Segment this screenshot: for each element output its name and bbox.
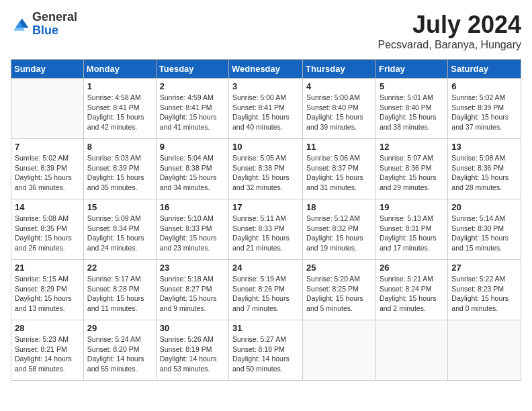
day-info: Sunrise: 5:14 AM Sunset: 8:30 PM Dayligh… <box>451 214 517 253</box>
day-info: Sunrise: 5:00 AM Sunset: 8:41 PM Dayligh… <box>232 93 299 132</box>
calendar-cell: 15Sunrise: 5:09 AM Sunset: 8:34 PM Dayli… <box>83 199 156 260</box>
calendar-cell: 16Sunrise: 5:10 AM Sunset: 8:33 PM Dayli… <box>156 199 228 260</box>
day-number: 28 <box>15 323 80 333</box>
calendar-cell: 25Sunrise: 5:20 AM Sunset: 8:25 PM Dayli… <box>303 260 376 320</box>
day-info: Sunrise: 5:13 AM Sunset: 8:31 PM Dayligh… <box>380 214 444 253</box>
calendar-cell: 31Sunrise: 5:27 AM Sunset: 8:18 PM Dayli… <box>229 320 303 381</box>
day-info: Sunrise: 5:02 AM Sunset: 8:39 PM Dayligh… <box>451 93 517 132</box>
col-header-sunday: Sunday <box>11 60 84 79</box>
day-number: 16 <box>160 202 225 212</box>
calendar-cell: 11Sunrise: 5:06 AM Sunset: 8:37 PM Dayli… <box>303 139 376 199</box>
day-info: Sunrise: 5:17 AM Sunset: 8:28 PM Dayligh… <box>87 274 152 314</box>
day-number: 24 <box>232 263 299 273</box>
day-number: 4 <box>306 81 372 91</box>
day-info: Sunrise: 5:06 AM Sunset: 8:37 PM Dayligh… <box>306 153 372 193</box>
day-number: 17 <box>232 202 299 212</box>
col-header-wednesday: Wednesday <box>229 60 303 79</box>
day-info: Sunrise: 5:07 AM Sunset: 8:36 PM Dayligh… <box>380 153 444 193</box>
day-number: 7 <box>15 142 80 152</box>
day-info: Sunrise: 5:10 AM Sunset: 8:33 PM Dayligh… <box>160 214 225 253</box>
week-row-3: 14Sunrise: 5:08 AM Sunset: 8:35 PM Dayli… <box>11 199 521 260</box>
day-info: Sunrise: 5:27 AM Sunset: 8:18 PM Dayligh… <box>232 334 299 374</box>
col-header-monday: Monday <box>83 60 156 79</box>
calendar-cell: 19Sunrise: 5:13 AM Sunset: 8:31 PM Dayli… <box>375 199 447 260</box>
calendar-cell: 12Sunrise: 5:07 AM Sunset: 8:36 PM Dayli… <box>375 139 447 199</box>
calendar-cell <box>303 320 376 381</box>
day-info: Sunrise: 5:11 AM Sunset: 8:33 PM Dayligh… <box>232 214 299 253</box>
calendar-cell: 2Sunrise: 4:59 AM Sunset: 8:41 PM Daylig… <box>156 79 228 139</box>
day-number: 8 <box>87 142 152 152</box>
calendar-cell: 26Sunrise: 5:21 AM Sunset: 8:24 PM Dayli… <box>375 260 447 320</box>
day-number: 11 <box>306 142 372 152</box>
day-info: Sunrise: 5:18 AM Sunset: 8:27 PM Dayligh… <box>160 274 225 314</box>
calendar-cell: 27Sunrise: 5:22 AM Sunset: 8:23 PM Dayli… <box>448 260 521 320</box>
calendar-cell: 9Sunrise: 5:04 AM Sunset: 8:38 PM Daylig… <box>156 139 228 199</box>
day-info: Sunrise: 5:00 AM Sunset: 8:40 PM Dayligh… <box>306 93 372 132</box>
calendar-cell: 23Sunrise: 5:18 AM Sunset: 8:27 PM Dayli… <box>156 260 228 320</box>
week-row-1: 1Sunrise: 4:58 AM Sunset: 8:41 PM Daylig… <box>11 79 521 139</box>
day-info: Sunrise: 5:26 AM Sunset: 8:19 PM Dayligh… <box>160 334 225 374</box>
calendar-cell: 18Sunrise: 5:12 AM Sunset: 8:32 PM Dayli… <box>303 199 376 260</box>
day-number: 29 <box>87 323 152 333</box>
calendar-cell: 17Sunrise: 5:11 AM Sunset: 8:33 PM Dayli… <box>229 199 303 260</box>
day-info: Sunrise: 5:24 AM Sunset: 8:20 PM Dayligh… <box>87 334 152 374</box>
location-title: Pecsvarad, Baranya, Hungary <box>378 39 521 51</box>
calendar-cell: 4Sunrise: 5:00 AM Sunset: 8:40 PM Daylig… <box>303 79 376 139</box>
day-info: Sunrise: 5:03 AM Sunset: 8:39 PM Dayligh… <box>87 153 152 193</box>
day-info: Sunrise: 5:20 AM Sunset: 8:25 PM Dayligh… <box>306 274 372 314</box>
calendar-cell: 1Sunrise: 4:58 AM Sunset: 8:41 PM Daylig… <box>83 79 156 139</box>
day-info: Sunrise: 5:15 AM Sunset: 8:29 PM Dayligh… <box>15 274 80 314</box>
day-number: 27 <box>451 263 517 273</box>
day-info: Sunrise: 5:04 AM Sunset: 8:38 PM Dayligh… <box>160 153 225 193</box>
day-info: Sunrise: 4:58 AM Sunset: 8:41 PM Dayligh… <box>87 93 152 132</box>
calendar-cell: 28Sunrise: 5:23 AM Sunset: 8:21 PM Dayli… <box>11 320 84 381</box>
day-number: 2 <box>160 81 225 91</box>
calendar-cell: 5Sunrise: 5:01 AM Sunset: 8:40 PM Daylig… <box>375 79 447 139</box>
day-number: 21 <box>15 263 80 273</box>
day-info: Sunrise: 4:59 AM Sunset: 8:41 PM Dayligh… <box>160 93 225 132</box>
week-row-4: 21Sunrise: 5:15 AM Sunset: 8:29 PM Dayli… <box>11 260 521 320</box>
day-info: Sunrise: 5:21 AM Sunset: 8:24 PM Dayligh… <box>380 274 444 314</box>
day-info: Sunrise: 5:12 AM Sunset: 8:32 PM Dayligh… <box>306 214 372 253</box>
day-info: Sunrise: 5:09 AM Sunset: 8:34 PM Dayligh… <box>87 214 152 253</box>
day-number: 20 <box>451 202 517 212</box>
day-info: Sunrise: 5:08 AM Sunset: 8:35 PM Dayligh… <box>15 214 80 253</box>
day-number: 13 <box>451 142 517 152</box>
col-header-thursday: Thursday <box>303 60 376 79</box>
calendar-cell: 13Sunrise: 5:08 AM Sunset: 8:36 PM Dayli… <box>448 139 521 199</box>
logo-text: General Blue <box>32 11 77 38</box>
calendar-cell: 3Sunrise: 5:00 AM Sunset: 8:41 PM Daylig… <box>229 79 303 139</box>
day-number: 14 <box>15 202 80 212</box>
calendar-cell: 8Sunrise: 5:03 AM Sunset: 8:39 PM Daylig… <box>83 139 156 199</box>
calendar-cell <box>11 79 84 139</box>
calendar-table: SundayMondayTuesdayWednesdayThursdayFrid… <box>11 59 521 381</box>
logo: General Blue <box>11 11 77 38</box>
calendar-cell: 30Sunrise: 5:26 AM Sunset: 8:19 PM Dayli… <box>156 320 228 381</box>
calendar-cell <box>375 320 447 381</box>
day-number: 25 <box>306 263 372 273</box>
day-info: Sunrise: 5:08 AM Sunset: 8:36 PM Dayligh… <box>451 153 517 193</box>
day-number: 6 <box>451 81 517 91</box>
col-header-friday: Friday <box>375 60 447 79</box>
day-number: 23 <box>160 263 225 273</box>
day-number: 19 <box>380 202 444 212</box>
calendar-cell: 22Sunrise: 5:17 AM Sunset: 8:28 PM Dayli… <box>83 260 156 320</box>
calendar-cell: 6Sunrise: 5:02 AM Sunset: 8:39 PM Daylig… <box>448 79 521 139</box>
month-title: July 2024 <box>378 11 521 39</box>
calendar-cell: 14Sunrise: 5:08 AM Sunset: 8:35 PM Dayli… <box>11 199 84 260</box>
day-number: 30 <box>160 323 225 333</box>
day-number: 1 <box>87 81 152 91</box>
calendar-cell <box>448 320 521 381</box>
logo-icon <box>11 15 30 34</box>
calendar-cell: 20Sunrise: 5:14 AM Sunset: 8:30 PM Dayli… <box>448 199 521 260</box>
page-header: General Blue July 2024 Pecsvarad, Barany… <box>11 11 521 51</box>
title-area: July 2024 Pecsvarad, Baranya, Hungary <box>378 11 521 51</box>
day-info: Sunrise: 5:23 AM Sunset: 8:21 PM Dayligh… <box>15 334 80 374</box>
calendar-cell: 10Sunrise: 5:05 AM Sunset: 8:38 PM Dayli… <box>229 139 303 199</box>
day-info: Sunrise: 5:02 AM Sunset: 8:39 PM Dayligh… <box>15 153 80 193</box>
day-number: 31 <box>232 323 299 333</box>
day-number: 18 <box>306 202 372 212</box>
calendar-cell: 7Sunrise: 5:02 AM Sunset: 8:39 PM Daylig… <box>11 139 84 199</box>
day-info: Sunrise: 5:01 AM Sunset: 8:40 PM Dayligh… <box>380 93 444 132</box>
col-header-saturday: Saturday <box>448 60 521 79</box>
